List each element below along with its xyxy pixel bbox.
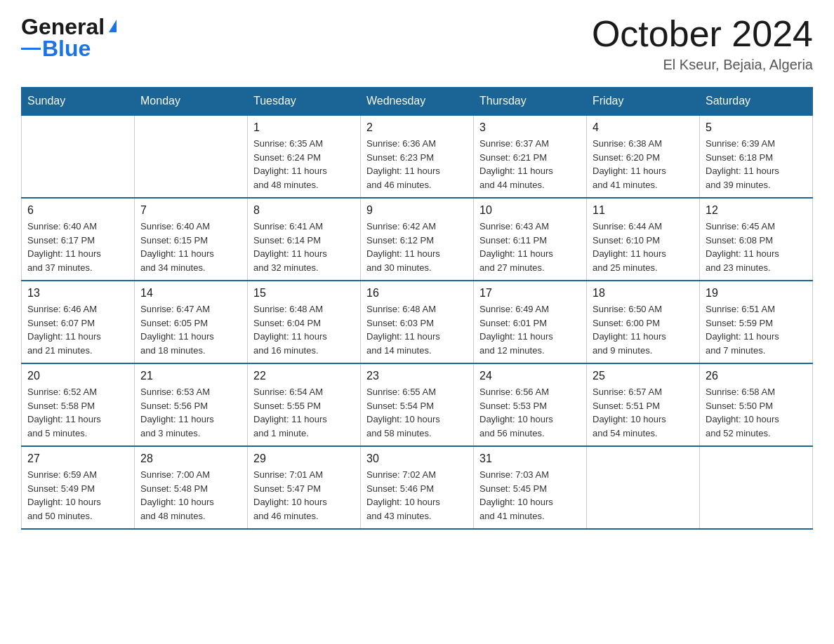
- table-row: 28Sunrise: 7:00 AM Sunset: 5:48 PM Dayli…: [135, 446, 248, 529]
- day-number: 13: [27, 287, 128, 300]
- day-number: 5: [706, 121, 807, 134]
- table-row: 16Sunrise: 6:48 AM Sunset: 6:03 PM Dayli…: [361, 281, 474, 363]
- table-row: 12Sunrise: 6:45 AM Sunset: 6:08 PM Dayli…: [700, 198, 813, 281]
- day-number: 12: [706, 204, 807, 217]
- day-info: Sunrise: 6:36 AM Sunset: 6:23 PM Dayligh…: [366, 137, 468, 192]
- calendar-week-row: 20Sunrise: 6:52 AM Sunset: 5:58 PM Dayli…: [22, 363, 813, 446]
- header-thursday: Thursday: [474, 88, 587, 116]
- day-info: Sunrise: 6:43 AM Sunset: 6:11 PM Dayligh…: [479, 220, 581, 274]
- day-info: Sunrise: 6:44 AM Sunset: 6:10 PM Dayligh…: [593, 220, 694, 274]
- table-row: 15Sunrise: 6:48 AM Sunset: 6:04 PM Dayli…: [248, 281, 361, 363]
- day-info: Sunrise: 7:03 AM Sunset: 5:45 PM Dayligh…: [479, 468, 581, 523]
- day-info: Sunrise: 6:38 AM Sunset: 6:20 PM Dayligh…: [593, 137, 694, 192]
- day-number: 9: [366, 204, 468, 217]
- table-row: 18Sunrise: 6:50 AM Sunset: 6:00 PM Dayli…: [587, 281, 700, 363]
- day-number: 17: [479, 287, 581, 300]
- calendar-title: October 2024: [592, 14, 813, 54]
- table-row: 19Sunrise: 6:51 AM Sunset: 5:59 PM Dayli…: [700, 281, 813, 363]
- day-number: 4: [593, 121, 694, 134]
- day-info: Sunrise: 6:40 AM Sunset: 6:15 PM Dayligh…: [140, 220, 241, 274]
- day-info: Sunrise: 6:55 AM Sunset: 5:54 PM Dayligh…: [366, 385, 468, 440]
- day-info: Sunrise: 6:35 AM Sunset: 6:24 PM Dayligh…: [253, 137, 355, 192]
- header-tuesday: Tuesday: [248, 88, 361, 116]
- day-info: Sunrise: 6:48 AM Sunset: 6:04 PM Dayligh…: [253, 302, 355, 357]
- day-number: 28: [140, 452, 241, 465]
- table-row: 9Sunrise: 6:42 AM Sunset: 6:12 PM Daylig…: [361, 198, 474, 281]
- table-row: 2Sunrise: 6:36 AM Sunset: 6:23 PM Daylig…: [361, 115, 474, 198]
- day-number: 25: [593, 370, 694, 382]
- header-friday: Friday: [587, 88, 700, 116]
- table-row: 8Sunrise: 6:41 AM Sunset: 6:14 PM Daylig…: [248, 198, 361, 281]
- table-row: 21Sunrise: 6:53 AM Sunset: 5:56 PM Dayli…: [135, 363, 248, 446]
- table-row: 20Sunrise: 6:52 AM Sunset: 5:58 PM Dayli…: [22, 363, 135, 446]
- day-info: Sunrise: 6:48 AM Sunset: 6:03 PM Dayligh…: [366, 302, 468, 357]
- day-number: 10: [479, 204, 581, 217]
- table-row: 7Sunrise: 6:40 AM Sunset: 6:15 PM Daylig…: [135, 198, 248, 281]
- day-number: 29: [253, 452, 355, 465]
- calendar-header-row: Sunday Monday Tuesday Wednesday Thursday…: [22, 88, 813, 116]
- day-info: Sunrise: 6:54 AM Sunset: 5:55 PM Dayligh…: [253, 385, 355, 440]
- header-sunday: Sunday: [22, 88, 135, 116]
- day-number: 22: [253, 370, 355, 382]
- table-row: [700, 446, 813, 529]
- day-info: Sunrise: 6:41 AM Sunset: 6:14 PM Dayligh…: [253, 220, 355, 274]
- table-row: 13Sunrise: 6:46 AM Sunset: 6:07 PM Dayli…: [22, 281, 135, 363]
- day-number: 30: [366, 452, 468, 465]
- table-row: 31Sunrise: 7:03 AM Sunset: 5:45 PM Dayli…: [474, 446, 587, 529]
- calendar-table: Sunday Monday Tuesday Wednesday Thursday…: [21, 87, 813, 530]
- calendar-week-row: 13Sunrise: 6:46 AM Sunset: 6:07 PM Dayli…: [22, 281, 813, 363]
- day-info: Sunrise: 7:00 AM Sunset: 5:48 PM Dayligh…: [140, 468, 241, 523]
- table-row: [587, 446, 700, 529]
- table-row: 5Sunrise: 6:39 AM Sunset: 6:18 PM Daylig…: [700, 115, 813, 198]
- day-number: 11: [593, 204, 694, 217]
- page-header: General Blue October 2024 El Kseur, Beja…: [21, 14, 813, 73]
- header-wednesday: Wednesday: [361, 88, 474, 116]
- day-number: 15: [253, 287, 355, 300]
- day-number: 26: [706, 370, 807, 382]
- table-row: 29Sunrise: 7:01 AM Sunset: 5:47 PM Dayli…: [248, 446, 361, 529]
- table-row: 25Sunrise: 6:57 AM Sunset: 5:51 PM Dayli…: [587, 363, 700, 446]
- day-info: Sunrise: 6:59 AM Sunset: 5:49 PM Dayligh…: [27, 468, 128, 523]
- day-number: 18: [593, 287, 694, 300]
- day-info: Sunrise: 6:50 AM Sunset: 6:00 PM Dayligh…: [593, 302, 694, 357]
- day-info: Sunrise: 7:02 AM Sunset: 5:46 PM Dayligh…: [366, 468, 468, 523]
- day-number: 23: [366, 370, 468, 382]
- calendar-week-row: 27Sunrise: 6:59 AM Sunset: 5:49 PM Dayli…: [22, 446, 813, 529]
- table-row: 1Sunrise: 6:35 AM Sunset: 6:24 PM Daylig…: [248, 115, 361, 198]
- day-info: Sunrise: 6:58 AM Sunset: 5:50 PM Dayligh…: [706, 385, 807, 440]
- day-number: 27: [27, 452, 128, 465]
- table-row: 10Sunrise: 6:43 AM Sunset: 6:11 PM Dayli…: [474, 198, 587, 281]
- day-number: 14: [140, 287, 241, 300]
- day-info: Sunrise: 7:01 AM Sunset: 5:47 PM Dayligh…: [253, 468, 355, 523]
- calendar-week-row: 1Sunrise: 6:35 AM Sunset: 6:24 PM Daylig…: [22, 115, 813, 198]
- day-number: 2: [366, 121, 468, 134]
- table-row: 26Sunrise: 6:58 AM Sunset: 5:50 PM Dayli…: [700, 363, 813, 446]
- day-number: 3: [479, 121, 581, 134]
- day-number: 24: [479, 370, 581, 382]
- day-info: Sunrise: 6:52 AM Sunset: 5:58 PM Dayligh…: [27, 385, 128, 440]
- logo-blue-text: Blue: [42, 37, 91, 60]
- day-info: Sunrise: 6:46 AM Sunset: 6:07 PM Dayligh…: [27, 302, 128, 357]
- calendar-location: El Kseur, Bejaia, Algeria: [592, 57, 813, 73]
- day-info: Sunrise: 6:51 AM Sunset: 5:59 PM Dayligh…: [706, 302, 807, 357]
- day-info: Sunrise: 6:45 AM Sunset: 6:08 PM Dayligh…: [706, 220, 807, 274]
- table-row: 24Sunrise: 6:56 AM Sunset: 5:53 PM Dayli…: [474, 363, 587, 446]
- table-row: [135, 115, 248, 198]
- title-section: October 2024 El Kseur, Bejaia, Algeria: [592, 14, 813, 73]
- day-info: Sunrise: 6:42 AM Sunset: 6:12 PM Dayligh…: [366, 220, 468, 274]
- day-number: 16: [366, 287, 468, 300]
- day-number: 7: [140, 204, 241, 217]
- day-info: Sunrise: 6:56 AM Sunset: 5:53 PM Dayligh…: [479, 385, 581, 440]
- day-info: Sunrise: 6:53 AM Sunset: 5:56 PM Dayligh…: [140, 385, 241, 440]
- table-row: 17Sunrise: 6:49 AM Sunset: 6:01 PM Dayli…: [474, 281, 587, 363]
- table-row: 3Sunrise: 6:37 AM Sunset: 6:21 PM Daylig…: [474, 115, 587, 198]
- table-row: 27Sunrise: 6:59 AM Sunset: 5:49 PM Dayli…: [22, 446, 135, 529]
- day-number: 31: [479, 452, 581, 465]
- table-row: 11Sunrise: 6:44 AM Sunset: 6:10 PM Dayli…: [587, 198, 700, 281]
- day-number: 20: [27, 370, 128, 382]
- day-info: Sunrise: 6:40 AM Sunset: 6:17 PM Dayligh…: [27, 220, 128, 274]
- table-row: 4Sunrise: 6:38 AM Sunset: 6:20 PM Daylig…: [587, 115, 700, 198]
- day-info: Sunrise: 6:39 AM Sunset: 6:18 PM Dayligh…: [706, 137, 807, 192]
- day-info: Sunrise: 6:49 AM Sunset: 6:01 PM Dayligh…: [479, 302, 581, 357]
- table-row: [22, 115, 135, 198]
